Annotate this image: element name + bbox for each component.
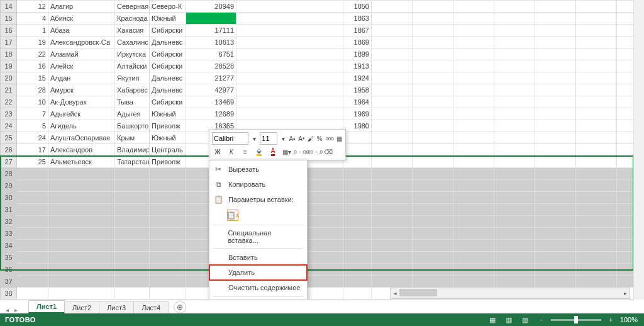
row-header[interactable]: 21	[1, 84, 17, 96]
table-row[interactable]: 2128АмурскХабаровсДальневс429771958	[1, 84, 645, 96]
cell[interactable]	[453, 13, 494, 25]
cell[interactable]: 10	[17, 96, 48, 108]
cell[interactable]: 1980	[343, 120, 372, 132]
cell[interactable]	[413, 96, 453, 108]
cell[interactable]	[535, 84, 576, 96]
row-header[interactable]: 20	[1, 72, 17, 84]
cell[interactable]	[576, 120, 617, 132]
context-copy[interactable]: ⧉Копировать	[209, 177, 307, 192]
increase-decimal-icon[interactable]: .0→.00	[295, 146, 306, 157]
context-delete[interactable]: Удалить	[209, 265, 307, 280]
cell[interactable]	[413, 13, 453, 25]
add-sheet-button[interactable]: ⊕	[174, 301, 186, 313]
horizontal-scrollbar[interactable]: ◂ ▸	[390, 288, 630, 299]
cell[interactable]	[535, 25, 576, 37]
cell[interactable]	[576, 13, 617, 25]
context-cut[interactable]: ✂Вырезать	[209, 162, 307, 177]
cell[interactable]: 42977	[186, 84, 236, 96]
row-header[interactable]: 19	[1, 60, 17, 72]
row-header[interactable]: 16	[1, 25, 17, 37]
cell[interactable]	[372, 13, 413, 25]
sheet-tab-1[interactable]: Лист1	[28, 300, 65, 313]
cell[interactable]: Агидель	[48, 120, 115, 132]
context-paste-values[interactable]: 📋A	[209, 207, 307, 223]
cell[interactable]: 1958	[343, 84, 372, 96]
cell[interactable]: Сибирски	[150, 48, 186, 60]
zoom-out-icon[interactable]: −	[536, 314, 547, 325]
cell[interactable]: 1964	[343, 96, 372, 108]
cell[interactable]	[413, 25, 453, 37]
border-dropdown-icon[interactable]: ▦▾	[281, 146, 292, 157]
cell[interactable]	[236, 25, 343, 37]
table-row[interactable]: 161АбазаХакасияСибирски171111867	[1, 25, 645, 37]
cell[interactable]	[535, 37, 576, 48]
scroll-right-icon[interactable]: ▸	[621, 290, 630, 296]
cell[interactable]	[372, 37, 413, 48]
zoom-slider[interactable]	[551, 319, 601, 321]
cell[interactable]	[576, 276, 617, 288]
cell[interactable]	[48, 276, 115, 288]
cell[interactable]	[372, 132, 413, 144]
cell[interactable]: 1924	[343, 72, 372, 84]
cell[interactable]: 28528	[186, 60, 236, 72]
cell[interactable]	[453, 96, 494, 108]
cell[interactable]	[236, 37, 343, 48]
cell[interactable]	[576, 96, 617, 108]
cell[interactable]: Северная	[115, 1, 150, 13]
cell[interactable]	[494, 132, 535, 144]
font-dropdown-icon[interactable]: ▾	[251, 133, 257, 144]
cell[interactable]: 13469	[186, 96, 236, 108]
fill-color-icon[interactable]: ⬙	[253, 146, 265, 157]
cell[interactable]	[453, 48, 494, 60]
cell[interactable]	[453, 25, 494, 37]
cell[interactable]: Ак-Довурак	[48, 96, 115, 108]
cell[interactable]	[453, 144, 494, 156]
cell[interactable]	[453, 276, 494, 288]
cell[interactable]: Тыва	[115, 96, 150, 108]
font-color-icon[interactable]: A	[267, 146, 279, 157]
decrease-font-icon[interactable]: A▾	[298, 133, 305, 144]
context-insert[interactable]: Вставить	[209, 250, 307, 265]
cell[interactable]: 5	[17, 120, 48, 132]
cell[interactable]	[494, 1, 535, 13]
font-size-input[interactable]	[260, 132, 277, 145]
cell[interactable]: 1969	[343, 108, 372, 120]
cell[interactable]: Адыгея	[115, 108, 150, 120]
cell[interactable]	[413, 72, 453, 84]
cell[interactable]	[535, 48, 576, 60]
table-row[interactable]: 1916АлейскАлтайскиСибирски285281913	[1, 60, 645, 72]
cell[interactable]	[17, 288, 48, 300]
cell[interactable]	[372, 48, 413, 60]
cell[interactable]	[413, 108, 453, 120]
cell[interactable]	[236, 48, 343, 60]
cell[interactable]	[372, 144, 413, 156]
cell[interactable]	[535, 1, 576, 13]
cell[interactable]	[413, 48, 453, 60]
cell[interactable]: Адыгейск	[48, 108, 115, 120]
table-row[interactable]: 1412АлагирСевернаяСеверо-К209491850	[1, 1, 645, 13]
cell[interactable]: 6751	[186, 48, 236, 60]
cell[interactable]	[150, 276, 186, 288]
cell[interactable]	[413, 37, 453, 48]
cell[interactable]	[236, 72, 343, 84]
cell[interactable]: 1863	[343, 13, 372, 25]
cell[interactable]: 1850	[343, 1, 372, 13]
cell[interactable]: Александровск-Са	[48, 37, 115, 48]
cell[interactable]	[535, 132, 576, 144]
cell[interactable]: Сахалинс	[115, 37, 150, 48]
cell[interactable]	[576, 25, 617, 37]
cell[interactable]: 17111	[186, 25, 236, 37]
row-header[interactable]: 38	[1, 288, 17, 300]
cell[interactable]	[576, 1, 617, 13]
cell[interactable]: Якутия	[115, 72, 150, 84]
cell[interactable]: Краснода	[115, 13, 150, 25]
cell[interactable]: Сибирски	[150, 25, 186, 37]
table-row[interactable]: 2015АлданЯкутияДальневс212771924	[1, 72, 645, 84]
cell[interactable]	[48, 288, 115, 300]
cell[interactable]	[236, 13, 343, 25]
cell[interactable]	[535, 276, 576, 288]
cell[interactable]	[413, 144, 453, 156]
cell[interactable]: 22	[17, 48, 48, 60]
row-header[interactable]: 18	[1, 48, 17, 60]
cell[interactable]	[494, 72, 535, 84]
